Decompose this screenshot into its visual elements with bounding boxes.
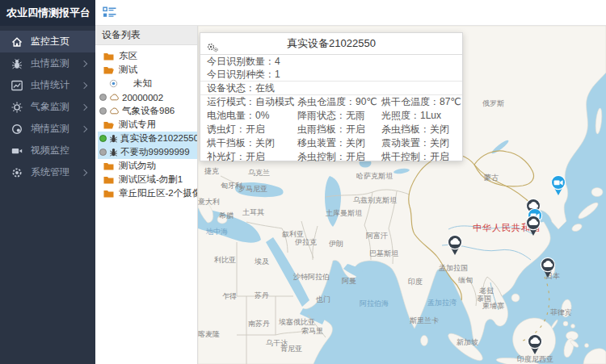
popup-detail: 移虫装置：关闭: [297, 136, 381, 150]
chevron-right-icon: [81, 60, 87, 66]
tree-label: 东区: [119, 50, 137, 62]
popup-detail: 烘干控制：开启: [381, 150, 462, 164]
gear-icon: [11, 166, 23, 179]
map-label: 捷克: [204, 166, 219, 177]
map-label: 意大利: [198, 197, 220, 207]
tree-folder-east[interactable]: 东区: [95, 49, 197, 63]
cloud-device-icon: [109, 107, 120, 115]
map[interactable]: 俄罗斯哈萨克斯坦蒙古乌克兰捷克匈牙利罗马尼亚意大利希腊土耳其土库曼斯坦乌兹别克斯…: [198, 26, 606, 364]
map-label: 土库曼斯坦: [326, 208, 362, 219]
popup-detail: 杀虫挡板：关闭: [381, 123, 462, 136]
popup-detail: 运行模式：自动模式: [207, 95, 297, 109]
tree-device-real-21022550[interactable]: 真实设备21022550: [98, 132, 197, 145]
sidebar-item-label: 虫情监测: [31, 56, 69, 70]
layout-list-icon[interactable]: [103, 6, 117, 22]
home-icon: [11, 36, 23, 48]
sidebar-item-soil-monitor[interactable]: 墒情监测: [0, 118, 95, 140]
sidebar-item-monitor-home[interactable]: 监控主页: [0, 31, 95, 52]
sidebar-item-label: 气象监测: [31, 100, 69, 114]
tree-device-20000002[interactable]: 20000002: [95, 90, 197, 104]
topbar: [95, 0, 606, 26]
sidebar-item-label: 墒情监测: [31, 122, 69, 136]
gears-settings-icon[interactable]: [207, 39, 219, 60]
sidebar-item-weather-monitor[interactable]: 气象监测: [0, 96, 95, 118]
video-camera-icon: [11, 144, 23, 157]
map-label: 蒙古: [484, 173, 499, 183]
tree-label: 测试专用: [119, 119, 156, 131]
sidebar-item-label: 系统管理: [31, 165, 69, 179]
map-marker-weather-station[interactable]: [540, 257, 556, 278]
map-label: 肯尼亚: [280, 344, 302, 354]
map-label: 利比亚: [214, 255, 236, 266]
popup-detail: 诱虫灯：开启: [207, 123, 297, 136]
bug-icon: [11, 57, 23, 70]
popup-stat-count: 今日识别数量：4: [200, 55, 462, 68]
tree-folder-test-region[interactable]: 测试区域-勿删1: [95, 173, 197, 186]
map-label: 乌兹别克斯坦: [353, 195, 397, 206]
sun-icon: [11, 101, 23, 114]
tree-device-donttouch[interactable]: 不要动99999999: [98, 145, 197, 159]
tree-folder-test[interactable]: 测试: [95, 63, 197, 77]
tree-device-unknown[interactable]: 未知: [95, 77, 197, 90]
popup-stat-species: 今日识别种类：1: [200, 68, 462, 82]
sidebar-item-video-monitor[interactable]: 视频监控: [0, 140, 95, 161]
map-label: 巴基斯坦: [369, 249, 398, 259]
folder-open-icon: [103, 66, 114, 74]
sidebar-item-system-admin[interactable]: 系统管理: [0, 161, 95, 183]
map-label: 阿富汗: [366, 231, 388, 241]
popup-detail: 降雨状态：无雨: [297, 109, 381, 123]
tree-folder-test-special[interactable]: 测试专用: [95, 118, 197, 132]
map-marker-video-camera[interactable]: [550, 174, 566, 196]
tree-label: 气象设备986: [122, 105, 175, 117]
radio-marker-icon: [109, 79, 118, 88]
popup-detail: 杀虫仓温度：90℃: [297, 95, 381, 109]
tree-folder-test-nomove[interactable]: 测试勿动: [95, 159, 197, 173]
popup-header: 真实设备21022550: [200, 33, 462, 55]
cloud-device-icon: [109, 94, 120, 101]
device-info-popup: 真实设备21022550 今日识别数量：4 今日识别种类：1 设备状态：在线 运…: [200, 32, 463, 161]
tree-device-weather986[interactable]: 气象设备986: [95, 104, 197, 118]
tree-label: 测试勿动: [119, 160, 156, 172]
map-label: 斯里兰卡: [410, 316, 439, 326]
sidebar-item-label: 视频监控: [31, 144, 69, 157]
popup-detail: 烘干仓温度：87℃: [381, 95, 462, 109]
sidebar-item-insect-monitor[interactable]: 虫情监测: [0, 52, 95, 74]
map-label: 也门: [316, 295, 330, 305]
map-label: 南苏丹: [248, 319, 270, 329]
tree-label: 未知: [133, 77, 152, 90]
chevron-right-icon: [81, 82, 87, 88]
popup-detail: 补光灯：开启: [207, 150, 297, 164]
map-marker-weather-station[interactable]: [447, 234, 463, 256]
status-dot-offline: [99, 94, 107, 101]
map-label: 哈萨克斯坦: [356, 171, 393, 182]
folder-icon: [103, 190, 114, 198]
map-label: 苏丹: [255, 291, 269, 301]
sidebar-item-insect-stats[interactable]: 虫情统计: [0, 74, 95, 96]
map-label: 沙特阿拉伯: [293, 272, 330, 282]
chevron-right-icon: [81, 169, 87, 175]
device-panel-header: 设备列表: [95, 26, 197, 45]
sidebar-menu: 监控主页 虫情监测 虫情统计 气象监测: [0, 31, 95, 183]
tree-folder-zhangqiu[interactable]: 章丘阳丘区-2个摄像头: [95, 186, 197, 200]
tree-label: 章丘阳丘区-2个摄像头: [119, 187, 197, 199]
map-label: 乍得: [222, 291, 237, 302]
map-label: 希腊: [219, 211, 234, 221]
folder-open-icon: [103, 121, 114, 129]
map-label: 索马里: [301, 326, 323, 337]
sidebar-item-label: 虫情统计: [31, 78, 69, 92]
chevron-right-icon: [81, 103, 87, 110]
sidebar: 农业四情测报平台 监控主页 虫情监测 虫情统计: [0, 0, 95, 364]
map-label: 印度尼西亚: [517, 354, 553, 364]
popup-detail: 震动装置：关闭: [381, 136, 462, 150]
map-marker-weather-station[interactable]: [527, 333, 543, 355]
globe-icon: [11, 123, 23, 136]
popup-detail: 烘干挡板：关闭: [207, 136, 297, 150]
bug-device-icon: [109, 134, 118, 144]
folder-icon: [103, 176, 114, 184]
bug-device-icon: [109, 148, 118, 157]
status-dot-offline: [99, 149, 107, 156]
map-label: 柬埔寨: [482, 301, 504, 312]
map-marker-weather-station[interactable]: [525, 215, 541, 236]
map-label: 俄罗斯: [482, 98, 504, 109]
map-label: 喀麦隆: [198, 329, 220, 340]
